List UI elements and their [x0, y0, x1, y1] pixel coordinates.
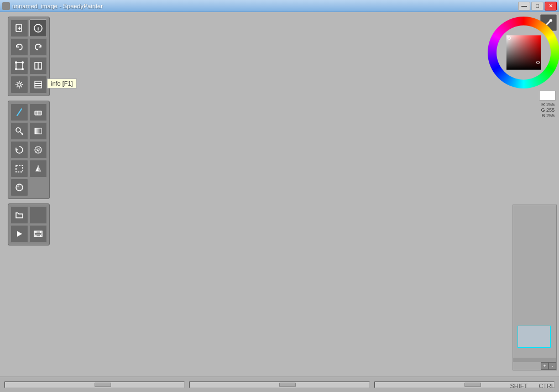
svg-rect-7	[16, 62, 23, 69]
svg-rect-17	[35, 86, 41, 88]
svg-rect-40	[35, 235, 36, 237]
title-bar-left: unnamed_image - SpeedyPainter	[2, 2, 103, 10]
open-button[interactable]	[11, 206, 28, 224]
smudge-button[interactable]	[29, 141, 47, 159]
settings-button[interactable]	[11, 76, 28, 93]
maximize-button[interactable]: □	[531, 2, 544, 11]
g-value: G 255	[490, 107, 555, 113]
svg-point-26	[36, 148, 40, 152]
ctrl-label: CTRL	[539, 383, 555, 389]
fill-button[interactable]	[11, 122, 28, 140]
minimize-button[interactable]: —	[518, 2, 530, 11]
scrollbar-2-thumb[interactable]	[279, 383, 296, 387]
svg-rect-27	[16, 165, 23, 172]
bottom-bar	[0, 377, 559, 392]
record-button[interactable]	[29, 206, 47, 224]
window-title: unnamed_image - SpeedyPainter	[12, 3, 103, 9]
nav-viewport	[518, 326, 551, 348]
rotate-button[interactable]	[11, 141, 28, 159]
svg-point-22	[16, 128, 20, 132]
zoom-out-button[interactable]: -	[548, 362, 556, 370]
svg-rect-23	[35, 128, 41, 134]
nav-zoom-buttons: + -	[541, 362, 556, 370]
film-button[interactable]	[29, 225, 47, 243]
svg-rect-38	[35, 231, 36, 233]
left-toolbars: i	[8, 17, 50, 245]
svg-point-11	[22, 68, 24, 70]
scrollbar-1-thumb[interactable]	[95, 383, 111, 387]
app-icon	[2, 2, 10, 10]
r-value: R 255	[490, 102, 555, 107]
zoom-in-button[interactable]: +	[541, 362, 548, 370]
scrollbar-2[interactable]	[189, 381, 369, 388]
svg-line-18	[17, 109, 22, 116]
gradient-button[interactable]	[29, 122, 47, 140]
ball-button[interactable]	[11, 179, 28, 196]
nav-horizontal-scroll[interactable]	[513, 358, 556, 362]
title-bar-buttons: — □ ✕	[518, 2, 557, 11]
transform-button[interactable]	[11, 57, 28, 75]
pen-button[interactable]	[11, 103, 28, 121]
shift-label: SHIFT	[510, 383, 527, 389]
svg-point-9	[22, 61, 24, 64]
color-panel: R 255 G 255 B 255	[490, 17, 557, 118]
svg-rect-41	[40, 235, 41, 237]
scrollbar-1[interactable]	[4, 381, 185, 388]
layers-button[interactable]	[29, 76, 47, 93]
svg-marker-29	[38, 166, 41, 171]
svg-point-25	[37, 149, 39, 151]
svg-rect-39	[40, 231, 41, 233]
svg-point-14	[18, 83, 21, 86]
svg-point-8	[15, 61, 17, 64]
svg-marker-28	[35, 166, 38, 171]
info-tooltip: info [F1]	[47, 79, 77, 88]
crop-button[interactable]	[11, 160, 28, 177]
toolbar-group-draw	[8, 101, 50, 199]
color-preview-swatch[interactable]	[539, 91, 556, 101]
play-button[interactable]	[11, 225, 28, 243]
svg-rect-20	[35, 111, 41, 115]
close-button[interactable]: ✕	[545, 2, 557, 11]
svg-marker-34	[17, 231, 22, 237]
scrollbar-3-thumb[interactable]	[464, 383, 481, 387]
status-bar: SHIFT CTRL	[510, 380, 559, 392]
toolbar-group-media	[8, 203, 50, 245]
navigator-panel: + -	[513, 205, 557, 370]
svg-text:i: i	[38, 26, 39, 32]
color-square[interactable]	[506, 35, 541, 70]
title-bar: unnamed_image - SpeedyPainter — □ ✕	[0, 0, 559, 12]
new-button[interactable]	[11, 19, 28, 37]
svg-point-31	[16, 184, 23, 191]
toolbar-group-file: i	[8, 17, 50, 96]
main-area: i	[0, 12, 559, 392]
b-value: B 255	[490, 113, 555, 118]
color-wheel-container[interactable]	[488, 17, 559, 88]
eraser-button[interactable]	[29, 103, 47, 121]
svg-point-10	[15, 68, 17, 70]
split-button[interactable]	[29, 57, 47, 75]
redo-button[interactable]	[29, 38, 47, 56]
mirror-button[interactable]	[29, 160, 47, 177]
undo-button[interactable]	[11, 38, 28, 56]
color-values: R 255 G 255 B 255	[490, 102, 557, 118]
info-button[interactable]: i	[29, 19, 47, 37]
